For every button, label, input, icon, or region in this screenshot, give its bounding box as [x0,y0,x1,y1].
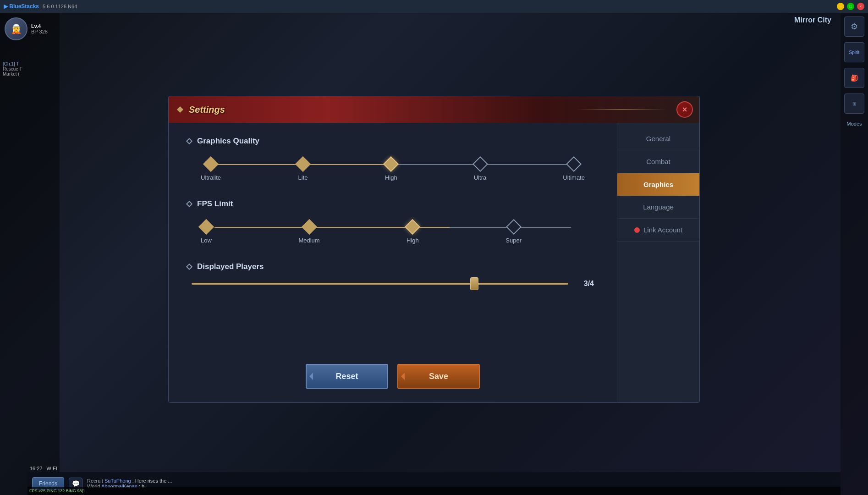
fps-super-diamond [506,219,522,235]
titlebar: ▶ BlueStacks 5.6.0.1126 N64 – □ × [0,0,868,13]
ultimate-label: Ultimate [563,174,585,181]
fps-limit-header: FPS Limit [187,199,599,209]
ultralite-label: Ultralite [201,174,221,181]
player-avatar: 🧝 [5,17,27,40]
fps-limit-title: FPS Limit [197,199,233,209]
link-account-label: Link Account [643,226,682,234]
section-diamond [186,138,192,144]
modes-icon[interactable]: ⊞Link Account [844,94,864,114]
fps-high-label: High [407,237,419,244]
header-decorative-line [576,110,667,110]
spirit-icon[interactable]: Spirit [844,42,864,62]
nav-item-graphics[interactable]: Graphics [617,173,699,196]
modal-body: Graphics Quality Ultralite [169,123,699,402]
right-sidebar: ⚙ Spirit 🎒 ⊞Link Account Modes [841,13,868,495]
nav-item-language[interactable]: Language [617,196,699,219]
players-slider-thumb[interactable] [470,277,478,290]
reset-button[interactable]: Reset [306,364,388,389]
modes-label: Modes [846,121,862,126]
ultimate-diamond [566,156,582,172]
players-slider-container: 3/4 [187,280,599,288]
titlebar-controls: – □ × [837,3,864,10]
fps-section-diamond [186,201,192,207]
fps-option-medium[interactable]: Medium [298,221,319,244]
settings-icon[interactable]: ⚙ [844,16,864,37]
fps-limit-section: FPS Limit Low [187,199,599,248]
quality-option-ultimate[interactable]: Ultimate [563,159,585,181]
fps-option-high[interactable]: High [407,221,419,244]
fps-bar: FPS >25 PING 132 BING 98|1 [27,487,841,495]
players-value: 3/4 [576,280,594,288]
save-button[interactable]: Save [397,364,480,389]
high-diamond [383,156,399,172]
fps-super-label: Super [505,237,522,244]
ultra-diamond [472,156,488,172]
nav-item-link-account[interactable]: Link Account [617,219,699,242]
titlebar-title: 5.6.0.1126 N64 [43,4,77,9]
graphics-quality-header: Graphics Quality [187,137,599,146]
close-button[interactable]: × [676,101,693,118]
modal-header: Settings × [169,96,699,123]
lite-label: Lite [298,174,308,181]
fps-medium-diamond [302,219,317,235]
ultra-label: Ultra [474,174,486,181]
fps-info: FPS >25 PING 132 BING 98|1 [29,489,85,493]
modal-title: Settings [189,104,225,115]
displayed-players-section: Displayed Players 3/4 [187,262,599,288]
players-section-diamond [186,264,192,270]
fps-track-container: Low Medium High [187,217,599,248]
quality-option-high[interactable]: High [385,159,397,181]
fps-options: Low Medium High [201,221,522,244]
ultralite-diamond [203,156,219,172]
quality-options: Ultralite Lite High [201,159,585,181]
graphics-quality-title: Graphics Quality [197,137,259,146]
settings-modal: Settings × Graphics Quality [168,96,700,403]
players-slider-track [192,283,568,285]
high-label: High [385,174,397,181]
fps-low-label: Low [201,237,212,244]
modal-overlay: Settings × Graphics Quality [27,13,841,486]
quality-option-lite[interactable]: Lite [297,159,308,181]
close-button[interactable]: × [857,3,864,10]
fps-low-diamond [198,219,214,235]
header-diamond [177,106,183,113]
lite-diamond [295,156,311,172]
quality-option-ultralite[interactable]: Ultralite [201,159,221,181]
fps-medium-label: Medium [298,237,319,244]
nav-item-combat[interactable]: Combat [617,150,699,173]
fps-option-low[interactable]: Low [201,221,212,244]
displayed-players-title: Displayed Players [197,262,264,271]
titlebar-logo: ▶ BlueStacks [4,3,39,10]
quality-track-container: Ultralite Lite High [187,154,599,186]
fps-option-super[interactable]: Super [505,221,522,244]
quality-option-ultra[interactable]: Ultra [474,159,486,181]
displayed-players-header: Displayed Players [187,262,599,271]
fps-high-diamond [405,219,420,235]
app-name: BlueStacks [9,3,39,10]
bag-icon[interactable]: 🎒 [844,68,864,88]
modal-footer: Reset Save [187,359,599,389]
modal-sidebar: General Combat Graphics Language Link Ac… [617,123,699,402]
nav-item-general[interactable]: General [617,127,699,150]
modal-main-content: Graphics Quality Ultralite [169,123,617,402]
link-account-dot [634,227,640,233]
restore-button[interactable]: □ [847,3,854,10]
graphics-quality-section: Graphics Quality Ultralite [187,137,599,186]
minimize-button[interactable]: – [837,3,844,10]
